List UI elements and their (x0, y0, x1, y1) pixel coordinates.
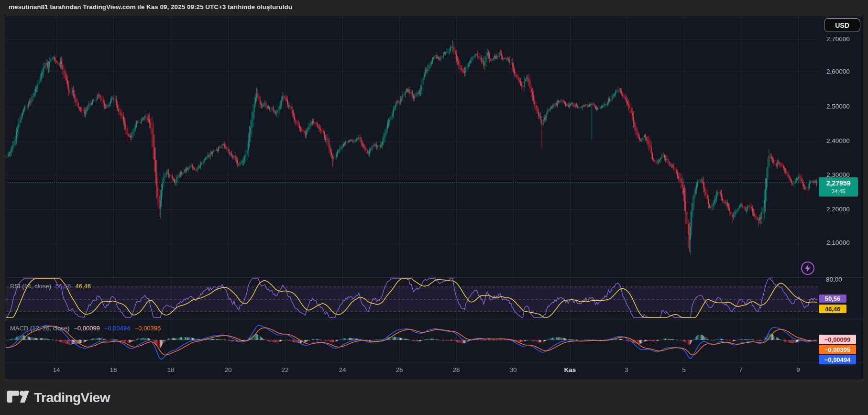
price-axis-label: 2,60000 (826, 68, 850, 75)
macd-legend-line-value: −0,00494 (104, 325, 131, 332)
time-axis-label: 24 (339, 366, 346, 373)
time-axis-label: 14 (53, 366, 60, 373)
time-axis-label: 18 (167, 366, 174, 373)
boost-button[interactable] (801, 262, 814, 275)
macd-signal-value-box: −0,00395 (819, 345, 856, 354)
time-axis-label: 30 (509, 366, 516, 373)
time-axis-label: 26 (396, 366, 403, 373)
time-axis-label: 16 (110, 366, 117, 373)
macd-title: MACD (12, 26, close) (10, 325, 69, 332)
time-axis-label: 7 (739, 366, 743, 373)
macd-legend: MACD (12, 26, close) −0,00099 −0,00494 −… (10, 325, 161, 332)
rsi-legend-value: 50,56 (55, 283, 71, 290)
rsi-value-box: 50,56 (819, 295, 846, 303)
rsi-level-label: 80,00 (826, 276, 842, 283)
time-axis-label: 28 (452, 366, 460, 373)
price-axis-label: 2,20000 (826, 206, 850, 213)
price-axis-label: 2,50000 (826, 103, 850, 110)
bar-countdown: 34:45 (832, 188, 846, 195)
macd-line-value-box: −0,00494 (819, 355, 856, 364)
rsi-ma-value-box: 46,46 (819, 305, 846, 313)
last-price-value: 2,27959 (826, 179, 851, 188)
tradingview-mark-icon (7, 391, 29, 404)
rsi-legend-ma-value: 46,46 (76, 283, 91, 290)
macd-histogram-value-box: −0,00099 (819, 335, 856, 344)
lightning-icon (804, 264, 812, 273)
time-axis-label: 22 (281, 366, 288, 373)
time-axis-label: 20 (224, 366, 231, 373)
attribution-text: mesutinan81 tarafından TradingView.com i… (9, 3, 292, 11)
price-axis-label: 2,40000 (826, 137, 850, 144)
footer-bar: TradingView (0, 380, 868, 415)
tradingview-logo[interactable]: TradingView (7, 390, 110, 405)
macd-legend-hist-value: −0,00099 (74, 325, 100, 332)
price-axis-label: 2,10000 (826, 239, 850, 246)
time-axis-label: 9 (796, 366, 800, 373)
rsi-legend: RSI (14, close) 50,56 46,46 (10, 283, 91, 290)
macd-legend-signal-value: −0,00395 (134, 325, 161, 332)
time-axis-label: Kas (564, 366, 576, 373)
rsi-title: RSI (14, close) (10, 283, 51, 290)
currency-button[interactable]: USD (824, 18, 860, 32)
chart-panel: XRP / ABD Doları · 1sa · Bitstamp A2,270… (6, 16, 863, 380)
time-axis-label: 3 (625, 366, 628, 373)
time-axis-label: 5 (682, 366, 686, 373)
last-price-box: 2,27959 34:45 (819, 177, 858, 197)
tradingview-wordmark: TradingView (34, 390, 110, 405)
price-axis-label: 2,70000 (826, 35, 850, 43)
